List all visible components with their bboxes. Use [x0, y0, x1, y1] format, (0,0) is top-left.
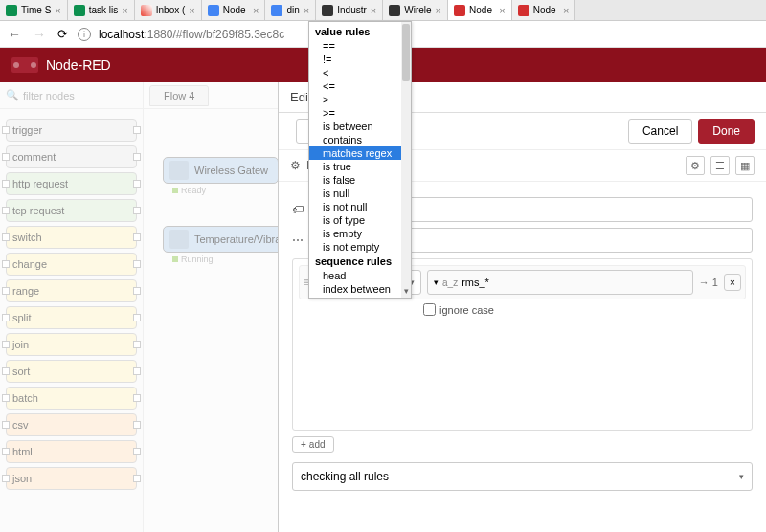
site-info-icon[interactable]: i: [78, 28, 91, 41]
dropdown-item[interactable]: is true: [309, 160, 411, 173]
browser-tab[interactable]: Inbox (×: [135, 0, 202, 20]
dropdown-scrollbar[interactable]: [401, 22, 411, 298]
dropdown-item[interactable]: contains: [309, 133, 411, 146]
palette-node-csv[interactable]: csv: [6, 413, 137, 436]
browser-tab[interactable]: task lis×: [68, 0, 135, 20]
browser-tab[interactable]: Node-×: [512, 0, 576, 20]
port-icon: [133, 314, 141, 321]
plus-icon: +: [301, 439, 306, 450]
check-rules-label: checking all rules: [301, 470, 389, 483]
filter-input[interactable]: [23, 90, 155, 101]
port-icon: [133, 260, 141, 268]
flow-tab[interactable]: Flow 4: [149, 85, 209, 106]
dropdown-item[interactable]: is between: [309, 120, 411, 133]
dropdown-item[interactable]: >: [309, 93, 411, 106]
add-rule-button[interactable]: +add: [292, 436, 334, 453]
browser-tab[interactable]: Time S×: [0, 0, 68, 20]
palette-node-batch[interactable]: batch: [6, 387, 137, 410]
url-display[interactable]: localhost:1880/#flow/bf269f85.3ec8c: [99, 28, 760, 41]
dropdown-header-sequence-rules: sequence rules: [309, 254, 411, 269]
palette-node-range[interactable]: range: [6, 279, 137, 302]
dropdown-item[interactable]: <=: [309, 79, 411, 93]
port-icon: [133, 448, 141, 455]
dropdown-item[interactable]: index between: [309, 282, 411, 296]
node-palette: 🔍 ▾ triggercommenthttp requesttcp reques…: [0, 82, 144, 532]
browser-tab[interactable]: Node-×: [202, 0, 266, 20]
reload-button[interactable]: ⟳: [56, 27, 70, 41]
palette-node-html[interactable]: html: [6, 440, 137, 463]
close-icon[interactable]: ×: [499, 5, 505, 16]
browser-tab[interactable]: Wirele×: [383, 0, 448, 20]
palette-node-trigger[interactable]: trigger: [6, 119, 137, 142]
back-button[interactable]: ←: [6, 27, 23, 42]
chevron-down-icon[interactable]: ▾: [434, 277, 439, 287]
cancel-button[interactable]: Cancel: [628, 119, 692, 144]
chevron-down-icon[interactable]: ▾: [404, 286, 409, 296]
port-icon: [2, 126, 10, 134]
dropdown-item[interactable]: is empty: [309, 227, 411, 240]
dropdown-item[interactable]: is false: [309, 173, 411, 187]
palette-node-label: range: [12, 285, 39, 297]
close-icon[interactable]: ×: [253, 5, 259, 16]
close-icon[interactable]: ×: [189, 5, 194, 16]
dropdown-item[interactable]: is of type: [309, 213, 411, 227]
ignore-case-option[interactable]: ignore case: [423, 303, 746, 316]
gear-icon[interactable]: ⚙: [686, 156, 705, 175]
dropdown-item[interactable]: ==: [309, 39, 411, 53]
palette-node-label: split: [12, 312, 32, 323]
dropdown-item[interactable]: matches regex: [309, 146, 411, 160]
dropdown-item[interactable]: is not null: [309, 200, 411, 213]
close-icon[interactable]: ×: [436, 5, 441, 16]
palette-node-http-request[interactable]: http request: [6, 172, 137, 195]
dropdown-item[interactable]: !=: [309, 53, 411, 66]
dropdown-item[interactable]: <: [309, 66, 411, 79]
gmail-icon: [141, 5, 152, 16]
palette-node-label: join: [12, 339, 29, 350]
browser-tab[interactable]: din×: [265, 0, 316, 20]
check-rules-select[interactable]: checking all rules: [292, 462, 753, 491]
palette-nodes: triggercommenthttp requesttcp requestswi…: [0, 109, 143, 499]
palette-node-label: html: [12, 446, 33, 457]
close-icon[interactable]: ×: [55, 5, 60, 16]
name-input[interactable]: [357, 197, 753, 222]
palette-node-split[interactable]: split: [6, 306, 137, 329]
dropdown-item[interactable]: head: [309, 269, 411, 282]
palette-node-join[interactable]: join: [6, 333, 137, 356]
operator-dropdown[interactable]: value rules ==!=<<=>>=is betweencontains…: [308, 21, 412, 299]
canvas-node-wireless-gateway[interactable]: Wireless Gatew: [163, 157, 279, 184]
close-icon[interactable]: ×: [563, 5, 569, 16]
close-icon[interactable]: ×: [122, 5, 127, 16]
dropdown-item[interactable]: is not empty: [309, 240, 411, 254]
palette-node-switch[interactable]: switch: [6, 226, 137, 249]
port-icon: [2, 341, 10, 348]
description-icon[interactable]: ☰: [710, 156, 730, 175]
palette-node-json[interactable]: json: [6, 467, 137, 490]
scrollbar-thumb[interactable]: [402, 24, 410, 81]
palette-node-sort[interactable]: sort: [6, 360, 137, 383]
close-icon[interactable]: ×: [371, 5, 376, 16]
palette-node-label: change: [12, 258, 47, 270]
url-port: :1880: [144, 28, 172, 41]
site-icon: [271, 5, 282, 16]
dropdown-item[interactable]: >=: [309, 106, 411, 120]
done-button[interactable]: Done: [698, 119, 755, 144]
dropdown-item[interactable]: is null: [309, 187, 411, 200]
port-icon: [133, 367, 141, 375]
rule-value-input[interactable]: ▾ a_z rms_*: [427, 270, 693, 295]
port-icon: [133, 475, 141, 482]
palette-node-comment[interactable]: comment: [6, 145, 137, 168]
remove-rule-button[interactable]: ×: [724, 274, 741, 291]
property-input[interactable]: [357, 228, 753, 253]
forward-button[interactable]: →: [31, 27, 48, 42]
port-icon: [133, 287, 141, 295]
browser-tab-active[interactable]: Node-×: [448, 0, 512, 20]
close-icon[interactable]: ×: [304, 5, 309, 16]
layout-icon[interactable]: ▦: [735, 156, 755, 175]
ignore-case-checkbox[interactable]: [423, 303, 436, 316]
url-path: /#flow/bf269f85.3ec8c: [172, 28, 284, 41]
tab-label: Node-: [469, 5, 495, 15]
palette-node-tcp-request[interactable]: tcp request: [6, 199, 137, 222]
rule-value-text: rms_*: [462, 277, 489, 288]
browser-tab[interactable]: Industr×: [316, 0, 383, 20]
palette-node-change[interactable]: change: [6, 253, 137, 276]
